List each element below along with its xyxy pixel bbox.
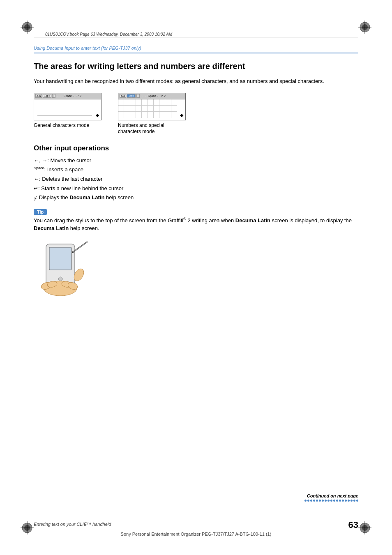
footer-bottom: Sony Personal Entertainment Organizer PE… — [0, 530, 392, 537]
numbers-mode-caption: Numbers and specialcharacters mode — [118, 122, 186, 135]
corner-tl — [20, 20, 35, 35]
header-file-info: 01US01COV.book Page 63 Wednesday, Decemb… — [45, 30, 172, 37]
tip-box: Tip — [34, 208, 358, 215]
svg-rect-17 — [49, 247, 71, 270]
page-container: 01US01COV.book Page 63 Wednesday, Decemb… — [0, 0, 392, 555]
writing-line — [37, 115, 92, 116]
bottom-rule — [34, 517, 358, 517]
sub-heading: Other input operations — [34, 144, 358, 152]
number-grid — [118, 99, 177, 118]
numbers-mode-block: A a 1@« | ← → Space ← ↵ ? — [118, 93, 186, 135]
general-mode-block: A a 1@« | ← → Space ← ↵ ? ◆ Ge — [34, 93, 101, 128]
continued-dots — [304, 500, 358, 502]
pen-indicator: ◆ — [96, 113, 99, 118]
numbers-grid-area: ◆ — [118, 99, 185, 120]
operations-list: ←, →: Moves the cursor Space: Inserts a … — [34, 157, 358, 203]
continued-section: Continued on next page — [304, 493, 358, 502]
top-rule — [34, 37, 358, 37]
tip-text: You can drag the stylus to the top of th… — [34, 216, 358, 233]
numbers-toolbar: A a 1@« | ← → Space ← ↵ ? — [118, 93, 185, 99]
svg-point-26 — [72, 251, 74, 253]
pen-indicator-2: ◆ — [180, 113, 183, 118]
hand-svg — [34, 240, 99, 297]
op-item-2: Space: Inserts a space — [34, 166, 358, 174]
continued-label: Continued on next page — [304, 493, 358, 498]
tip-label: Tip — [34, 209, 47, 215]
main-heading: The areas for writing letters and number… — [34, 61, 358, 71]
corner-tr — [357, 20, 372, 35]
op-item-1: ←, →: Moves the cursor — [34, 157, 358, 165]
body-text: Your handwriting can be recognized in tw… — [34, 77, 358, 85]
numbers-mode-screen: A a 1@« | ← → Space ← ↵ ? — [118, 93, 186, 120]
section-label: Using Decuma Input to enter text (for PE… — [34, 46, 141, 51]
general-mode-caption: General characters mode — [34, 122, 101, 128]
general-toolbar: A a 1@« | ← → Space ← ↵ ? — [34, 93, 101, 99]
hand-illustration — [34, 240, 99, 297]
general-mode-screen: A a 1@« | ← → Space ← ↵ ? ◆ — [34, 93, 101, 120]
images-row: A a 1@« | ← → Space ← ↵ ? ◆ Ge — [34, 93, 358, 135]
footer-page: 63 — [348, 520, 358, 530]
main-content: Using Decuma Input to enter text (for PE… — [34, 44, 358, 297]
op-item-5: ?: Displays the Decuma Latin help screen — [34, 193, 358, 203]
svg-point-18 — [58, 277, 62, 281]
general-writing-area: ◆ — [34, 99, 101, 120]
op-item-3: ←: Deletes the last character — [34, 175, 358, 183]
section-header: Using Decuma Input to enter text (for PE… — [34, 44, 358, 53]
op-item-4: ↵: Starts a new line behind the cursor — [34, 184, 358, 193]
footer-left: Entering text on your CLIÉ™ handheld — [34, 520, 111, 527]
